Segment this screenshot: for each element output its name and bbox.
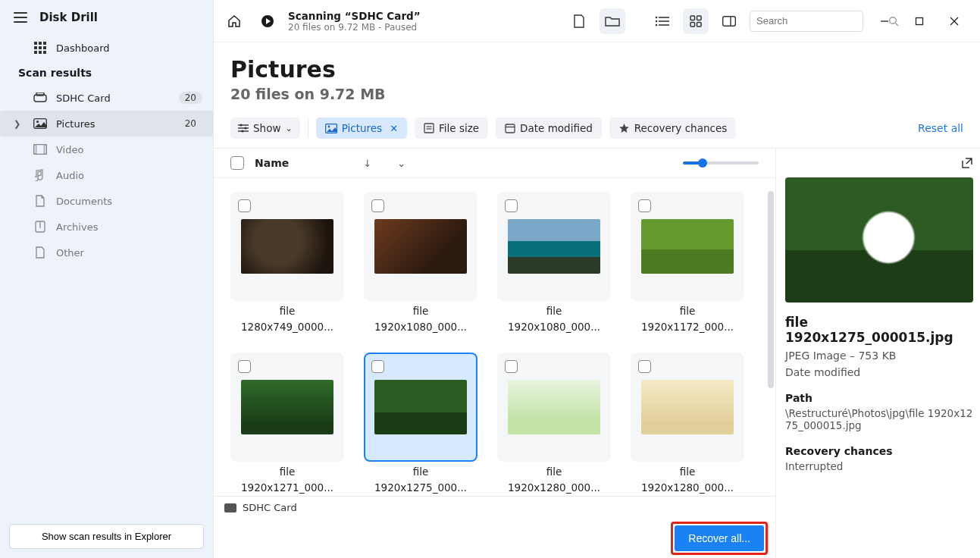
thumbnail-size-slider[interactable] (683, 161, 759, 165)
menu-icon[interactable] (14, 12, 27, 23)
sidebar-item-other[interactable]: Other (0, 240, 213, 265)
window-close-button[interactable] (941, 10, 968, 33)
file-name: file (280, 465, 296, 478)
sidebar-item-archives[interactable]: Archives (0, 214, 213, 240)
sidebar-item-label: Video (56, 144, 83, 155)
filter-chip-pictures[interactable]: Pictures ✕ (316, 118, 407, 139)
thumbnail-item[interactable]: file 1920x1172_000... (631, 192, 744, 333)
svg-rect-6 (34, 51, 37, 54)
thumbnail-image (374, 380, 467, 434)
file-name: file (680, 465, 696, 478)
chip-label: Recovery chances (634, 122, 727, 134)
sliders-icon (238, 124, 249, 133)
svg-point-22 (656, 16, 657, 18)
file-name: file (413, 304, 429, 318)
svg-rect-25 (690, 16, 695, 20)
thumbnail-item[interactable]: file 1920x1280_000... (631, 353, 744, 494)
svg-point-23 (656, 20, 657, 22)
thumbnail-item[interactable]: file 1280x749_0000... (230, 192, 344, 333)
svg-point-42 (241, 130, 243, 132)
svg-point-24 (656, 24, 657, 26)
file-name: file (280, 304, 296, 318)
svg-rect-13 (34, 145, 47, 155)
select-all-checkbox[interactable] (230, 156, 244, 170)
item-checkbox[interactable] (371, 360, 384, 373)
page-subtitle: 20 files on 9.72 MB (230, 86, 963, 102)
preview-file-type: JPEG Image – 753 KB (785, 350, 974, 362)
sidebar-item-label: Archives (56, 221, 98, 233)
preview-path-label: Path (785, 392, 974, 404)
file-name-2: 1920x1280_000... (641, 481, 734, 494)
sidebar-item-video[interactable]: Video (0, 136, 213, 162)
sort-arrow-icon[interactable]: ↓ (363, 158, 371, 169)
show-in-explorer-button[interactable]: Show scan results in Explorer (9, 524, 204, 549)
thumbnail-item[interactable]: file 1920x1080_000... (364, 192, 477, 333)
divider (308, 118, 308, 138)
scrollbar[interactable] (768, 191, 774, 388)
window-minimize-button[interactable] (871, 10, 898, 33)
svg-rect-14 (34, 145, 36, 155)
play-resume-button[interactable] (255, 8, 280, 34)
file-name-2: 1280x749_0000... (241, 321, 333, 333)
popout-icon[interactable] (959, 155, 975, 171)
filter-chip-file-size[interactable]: File size (415, 118, 488, 139)
svg-rect-27 (690, 22, 695, 27)
thumbnail-image (508, 219, 600, 274)
svg-rect-15 (44, 145, 46, 155)
filter-row: Show ⌄ Pictures ✕ File size Date modifie… (214, 110, 980, 148)
search-input[interactable] (756, 15, 884, 27)
count-badge: 20 (179, 118, 202, 130)
thumbnail-item[interactable]: file 1920x1271_000... (230, 353, 344, 494)
folder-view-button[interactable] (600, 8, 625, 34)
status-bar: SDHC Card (214, 496, 775, 519)
chevron-down-icon: ⌄ (285, 124, 292, 133)
svg-rect-29 (723, 16, 736, 26)
filter-chip-recovery[interactable]: Recovery chances (609, 118, 736, 139)
file-view-button[interactable] (566, 8, 592, 34)
thumbnail-item[interactable]: file 1920x1275_000... (364, 353, 477, 494)
file-name: file (413, 465, 429, 478)
item-checkbox[interactable] (238, 360, 251, 373)
column-name[interactable]: Name (255, 157, 289, 169)
sidebar-item-dashboard[interactable]: Dashboard (0, 35, 213, 61)
thumbnail-item[interactable]: file 1920x1080_000... (497, 192, 611, 333)
sidebar-item-audio[interactable]: Audio (0, 162, 213, 188)
filter-show-dropdown[interactable]: Show ⌄ (230, 118, 300, 139)
sidebar-section-scan-results: Scan results (0, 61, 213, 85)
item-checkbox[interactable] (638, 199, 651, 212)
window-maximize-button[interactable] (906, 10, 933, 33)
svg-rect-48 (506, 124, 515, 133)
chip-label: Pictures (342, 122, 382, 134)
svg-rect-45 (424, 124, 434, 133)
item-checkbox[interactable] (505, 199, 518, 212)
file-name-2: 1920x1271_000... (241, 481, 333, 494)
sidebar-item-documents[interactable]: Documents (0, 188, 213, 214)
item-checkbox[interactable] (505, 360, 518, 373)
sidebar-item-pictures[interactable]: ❯ Pictures 20 (0, 111, 213, 136)
close-icon[interactable]: ✕ (390, 123, 398, 134)
sidebar-item-device-sdhc[interactable]: SDHC Card 20 (0, 85, 213, 111)
grid-view-button[interactable] (683, 8, 709, 34)
svg-rect-4 (39, 46, 42, 49)
chip-label: Date modified (520, 122, 593, 134)
svg-rect-10 (36, 92, 44, 96)
thumbnail-image (641, 219, 734, 274)
list-view-button[interactable] (650, 8, 675, 34)
recover-all-button[interactable]: Recover all... (675, 525, 764, 551)
filter-chip-date[interactable]: Date modified (496, 118, 602, 139)
chevron-down-icon[interactable]: ⌄ (397, 158, 405, 169)
item-checkbox[interactable] (638, 360, 651, 373)
home-button[interactable] (221, 8, 247, 34)
sidebar-item-label: SDHC Card (56, 92, 111, 104)
search-box[interactable] (750, 11, 863, 32)
item-checkbox[interactable] (238, 199, 251, 212)
app-name: Disk Drill (39, 11, 98, 24)
preview-pane: file 1920x1275_000015.jpg JPEG Image – 7… (775, 149, 980, 558)
thumbnail-item[interactable]: file 1920x1280_000... (497, 353, 611, 494)
sidebar-item-label: Documents (56, 196, 112, 207)
toggle-preview-button[interactable] (716, 8, 742, 34)
reset-filters-link[interactable]: Reset all (918, 122, 963, 134)
item-checkbox[interactable] (371, 199, 384, 212)
sidebar-item-label: Pictures (56, 118, 95, 130)
star-icon (618, 123, 630, 134)
